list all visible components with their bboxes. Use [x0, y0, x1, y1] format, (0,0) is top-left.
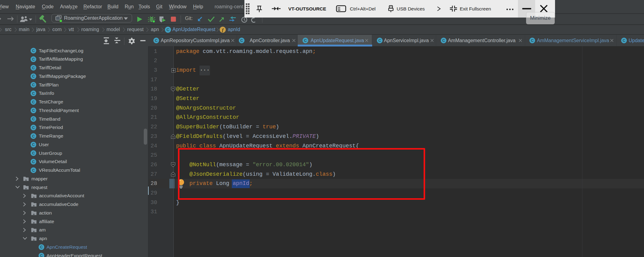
svg-text:USB Devices: USB Devices	[396, 6, 425, 11]
svg-text:Exit Fullscreen: Exit Fullscreen	[460, 6, 491, 11]
svg-text:VT-OUTSOURCE: VT-OUTSOURCE	[288, 6, 326, 11]
svg-text:Ctrl+Alt+Del: Ctrl+Alt+Del	[350, 6, 376, 11]
